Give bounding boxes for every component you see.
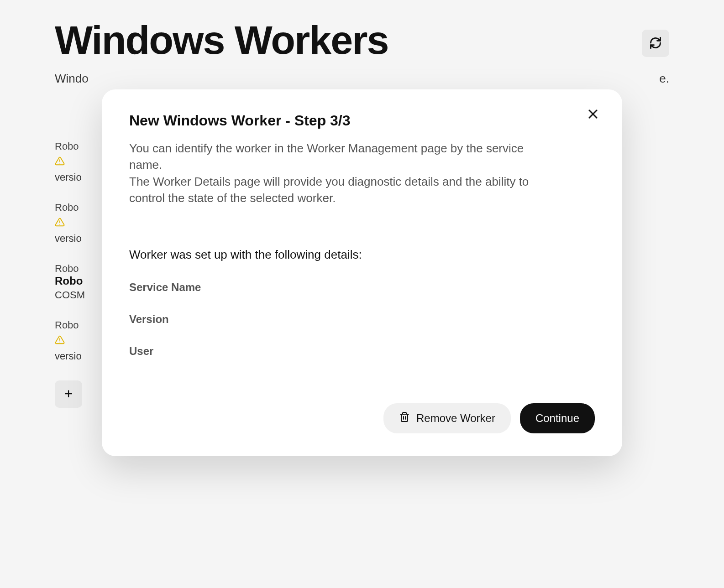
button-label: Continue bbox=[535, 412, 579, 424]
modal-desc-line1: You can identify the worker in the Worke… bbox=[129, 141, 524, 172]
field-label: Version bbox=[129, 313, 595, 326]
close-button[interactable] bbox=[587, 108, 599, 122]
field-version: Version bbox=[129, 313, 595, 326]
button-label: Remove Worker bbox=[416, 412, 495, 425]
page-header: Windows Workers bbox=[55, 18, 669, 62]
page-title: Windows Workers bbox=[55, 18, 388, 62]
subtitle-right: e. bbox=[659, 72, 669, 86]
warning-icon bbox=[55, 217, 65, 229]
add-worker-button[interactable]: + bbox=[55, 380, 82, 408]
modal-footer: Remove Worker Continue bbox=[129, 403, 595, 433]
new-worker-modal: New Windows Worker - Step 3/3 You can id… bbox=[102, 89, 622, 456]
warning-icon bbox=[55, 335, 65, 347]
modal-section-title: Worker was set up with the following det… bbox=[129, 248, 595, 262]
refresh-icon bbox=[649, 36, 662, 51]
field-user: User bbox=[129, 345, 595, 358]
modal-description: You can identify the worker in the Worke… bbox=[129, 140, 540, 207]
plus-icon: + bbox=[64, 385, 73, 402]
modal-desc-line2: The Worker Details page will provide you… bbox=[129, 175, 529, 205]
subtitle-left: Windo bbox=[55, 72, 89, 85]
page-subtitle: Windo e. bbox=[55, 72, 669, 86]
field-service-name: Service Name bbox=[129, 281, 595, 294]
close-icon bbox=[587, 115, 599, 122]
refresh-button[interactable] bbox=[642, 30, 669, 57]
warning-icon bbox=[55, 156, 65, 168]
trash-icon bbox=[399, 411, 410, 425]
field-label: User bbox=[129, 345, 595, 358]
field-label: Service Name bbox=[129, 281, 595, 294]
remove-worker-button[interactable]: Remove Worker bbox=[383, 403, 511, 433]
modal-title: New Windows Worker - Step 3/3 bbox=[129, 112, 595, 129]
continue-button[interactable]: Continue bbox=[520, 403, 595, 433]
